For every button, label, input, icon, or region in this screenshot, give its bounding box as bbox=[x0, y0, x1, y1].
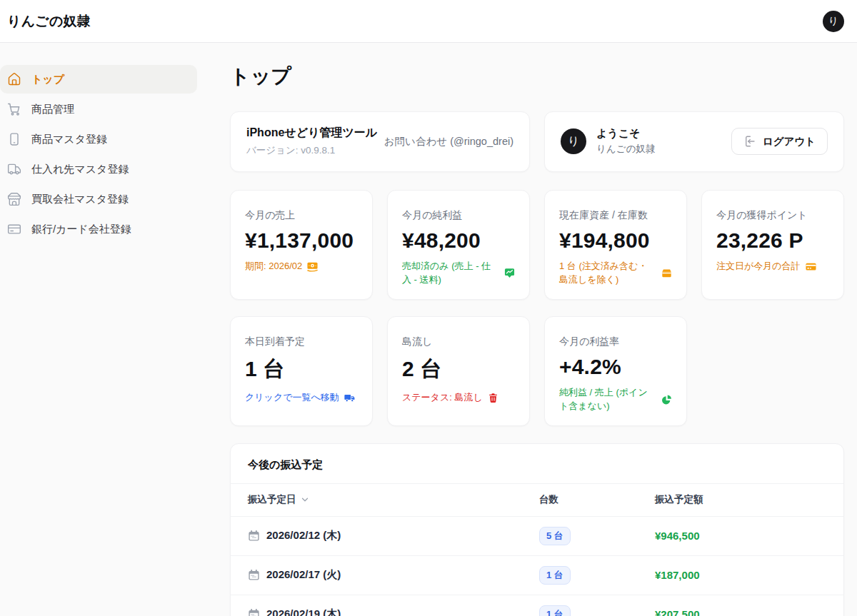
stat-label: 現在庫資産 / 在庫数 bbox=[559, 209, 672, 222]
home-icon bbox=[7, 72, 21, 86]
transfer-date-cell: 2026/02/12 (木) bbox=[248, 529, 539, 542]
banknote-icon bbox=[307, 261, 318, 272]
transfer-units-cell: 1 台 bbox=[539, 566, 655, 585]
stat-note: クリックで一覧へ移動 bbox=[245, 391, 358, 405]
app-header: りんごの奴隷 り bbox=[0, 0, 857, 43]
sidebar-item-label: 銀行/カード会社登録 bbox=[31, 223, 131, 236]
stat-card-monthly-profit: 今月の純利益 ¥48,200 売却済のみ (売上 - 仕入 - 送料) bbox=[387, 190, 530, 300]
stat-note-text: 1 台 (注文済み含む・島流しを除く) bbox=[559, 260, 656, 287]
stat-note: ステータス: 島流し bbox=[402, 391, 515, 405]
stat-value: 2 台 bbox=[402, 355, 515, 384]
transfer-schedule-card: 今後の振込予定 振込予定日 台数 振込予定額 2026/02/12 (木) 5 … bbox=[230, 443, 844, 616]
sidebar-item-label: 仕入れ先マスタ登録 bbox=[31, 163, 129, 176]
page-layout: トップ 商品管理 商品マスタ登録 仕入れ先マスタ登録 買取会社マスタ登録 銀行/… bbox=[0, 43, 857, 615]
sidebar-item-label: 商品マスタ登録 bbox=[31, 133, 107, 146]
stat-note-text: 売却済のみ (売上 - 仕入 - 送料) bbox=[402, 260, 499, 287]
welcome-card: り ようこそ りんごの奴隷 ログアウト bbox=[544, 111, 844, 172]
user-avatar[interactable]: り bbox=[823, 11, 844, 32]
sidebar-item-product-management[interactable]: 商品管理 bbox=[0, 95, 197, 123]
sidebar-item-label: 商品管理 bbox=[31, 103, 74, 116]
welcome-texts: ようこそ りんごの奴隷 bbox=[596, 127, 721, 156]
units-badge: 1 台 bbox=[539, 566, 571, 585]
transfer-amount: ¥946,500 bbox=[655, 530, 826, 542]
stat-note-text: 期間: 2026/02 bbox=[245, 260, 302, 273]
transfer-date-cell: 2026/02/17 (火) bbox=[248, 568, 539, 582]
chevron-down-icon bbox=[300, 495, 310, 505]
app-info-card: iPhoneせどり管理ツール バージョン: v0.9.8.1 お問い合わせ (@… bbox=[230, 111, 530, 172]
stat-value: ¥1,137,000 bbox=[245, 228, 358, 253]
units-badge: 5 台 bbox=[539, 527, 571, 545]
sidebar-item-supplier-master[interactable]: 仕入れ先マスタ登録 bbox=[0, 155, 197, 183]
calendar-icon bbox=[248, 569, 260, 581]
stat-note-text: 純利益 / 売上 (ポイント含まない) bbox=[559, 386, 656, 413]
sidebar-item-bank-card[interactable]: 銀行/カード会社登録 bbox=[0, 215, 197, 243]
sidebar-item-label: 買取会社マスタ登録 bbox=[31, 193, 129, 206]
transfer-table-header: 振込予定日 台数 振込予定額 bbox=[231, 484, 843, 517]
page-title: トップ bbox=[230, 66, 844, 88]
stat-card-monthly-sales: 今月の売上 ¥1,137,000 期間: 2026/02 bbox=[230, 190, 373, 300]
chart-increasing-icon bbox=[504, 268, 515, 278]
credit-card-icon bbox=[806, 261, 816, 272]
truck-icon bbox=[7, 162, 21, 176]
transfer-amount: ¥207,500 bbox=[655, 608, 826, 616]
pie-chart-icon bbox=[661, 394, 672, 405]
transfer-units-cell: 1 台 bbox=[539, 605, 655, 616]
app-info-texts: iPhoneせどり管理ツール バージョン: v0.9.8.1 bbox=[246, 126, 377, 157]
user-avatar-initial: り bbox=[828, 15, 838, 28]
stat-card-monthly-points: 今月の獲得ポイント 23,226 P 注文日が今月の合計 bbox=[701, 190, 844, 300]
logout-button-label: ログアウト bbox=[763, 135, 816, 148]
stat-note: 期間: 2026/02 bbox=[245, 260, 358, 273]
app-info-title: iPhoneせどり管理ツール bbox=[246, 126, 377, 141]
stat-note-text: クリックで一覧へ移動 bbox=[245, 391, 339, 405]
stat-note: 1 台 (注文済み含む・島流しを除く) bbox=[559, 260, 672, 287]
trash-icon bbox=[488, 393, 498, 403]
smartphone-icon bbox=[7, 132, 21, 146]
credit-card-icon bbox=[7, 222, 21, 236]
transfer-schedule-title: 今後の振込予定 bbox=[231, 444, 843, 484]
delivery-truck-icon bbox=[344, 393, 355, 403]
column-header-amount: 振込予定額 bbox=[655, 493, 826, 506]
welcome-username: りんごの奴隷 bbox=[596, 143, 721, 156]
transfer-row[interactable]: 2026/02/12 (木) 5 台 ¥946,500 bbox=[231, 517, 843, 556]
stat-note: 注文日が今月の合計 bbox=[716, 260, 829, 273]
stat-card-exiled: 島流し 2 台 ステータス: 島流し bbox=[387, 316, 530, 426]
transfer-date: 2026/02/19 (木) bbox=[266, 607, 341, 616]
stat-card-inventory: 現在庫資産 / 在庫数 ¥194,800 1 台 (注文済み含む・島流しを除く) bbox=[544, 190, 687, 300]
stat-note-text: 注文日が今月の合計 bbox=[716, 260, 801, 273]
stat-note-text: ステータス: 島流し bbox=[402, 391, 483, 405]
stat-note: 売却済のみ (売上 - 仕入 - 送料) bbox=[402, 260, 515, 287]
calendar-icon bbox=[248, 530, 260, 542]
shopping-cart-icon bbox=[7, 102, 21, 116]
stat-value: ¥48,200 bbox=[402, 228, 515, 253]
inbox-box-icon bbox=[661, 268, 672, 278]
stat-value: 1 台 bbox=[245, 355, 358, 384]
transfer-date-cell: 2026/02/19 (木) bbox=[248, 607, 539, 616]
column-header-units: 台数 bbox=[539, 493, 655, 506]
sidebar-item-product-master[interactable]: 商品マスタ登録 bbox=[0, 125, 197, 153]
store-icon bbox=[7, 192, 21, 206]
transfer-date: 2026/02/17 (火) bbox=[266, 568, 341, 582]
logout-button[interactable]: ログアウト bbox=[731, 128, 828, 155]
stat-label: 島流し bbox=[402, 335, 515, 348]
sidebar: トップ 商品管理 商品マスタ登録 仕入れ先マスタ登録 買取会社マスタ登録 銀行/… bbox=[0, 43, 197, 615]
stat-label: 今月の売上 bbox=[245, 209, 358, 222]
sidebar-item-buyer-master[interactable]: 買取会社マスタ登録 bbox=[0, 185, 197, 213]
transfer-date: 2026/02/12 (木) bbox=[266, 529, 341, 542]
transfer-units-cell: 5 台 bbox=[539, 527, 655, 545]
logout-icon bbox=[743, 135, 756, 148]
units-badge: 1 台 bbox=[539, 605, 571, 616]
stat-label: 本日到着予定 bbox=[245, 335, 358, 348]
stat-note: 純利益 / 売上 (ポイント含まない) bbox=[559, 386, 672, 413]
column-header-date[interactable]: 振込予定日 bbox=[248, 493, 539, 506]
top-row: iPhoneせどり管理ツール バージョン: v0.9.8.1 お問い合わせ (@… bbox=[230, 111, 844, 172]
transfer-row[interactable]: 2026/02/19 (木) 1 台 ¥207,500 bbox=[231, 595, 843, 616]
transfer-row[interactable]: 2026/02/17 (火) 1 台 ¥187,000 bbox=[231, 556, 843, 595]
stat-card-arriving-today[interactable]: 本日到着予定 1 台 クリックで一覧へ移動 bbox=[230, 316, 373, 426]
stat-card-profit-rate: 今月の利益率 +4.2% 純利益 / 売上 (ポイント含まない) bbox=[544, 316, 687, 426]
stat-label: 今月の純利益 bbox=[402, 209, 515, 222]
sidebar-item-top[interactable]: トップ bbox=[0, 65, 197, 94]
stat-value: 23,226 P bbox=[716, 228, 829, 253]
transfer-amount: ¥187,000 bbox=[655, 569, 826, 581]
welcome-greeting: ようこそ bbox=[596, 127, 721, 141]
welcome-avatar: り bbox=[561, 128, 586, 154]
